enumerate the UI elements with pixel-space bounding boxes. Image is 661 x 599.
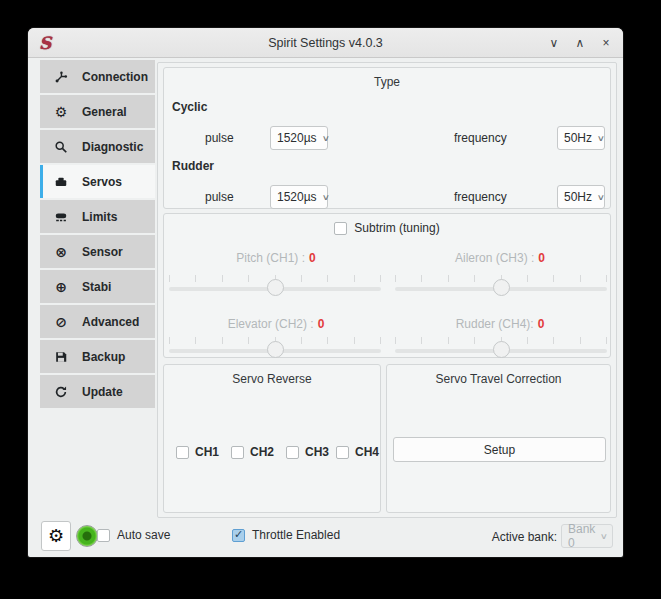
ch3-label: CH3 <box>305 445 329 459</box>
pitch-ch1-slider[interactable] <box>169 273 381 297</box>
active-bank-label: Active bank: <box>492 530 557 544</box>
subtrim-checkbox-row: Subtrim (tuning) <box>164 221 610 235</box>
cyclic-pulse-select[interactable]: 1520µs∨ <box>270 126 328 150</box>
elevator-ch2-value: 0 <box>318 317 325 331</box>
subtrim-group: Subtrim (tuning) Pitch (CH1) :0 Aileron … <box>163 213 611 358</box>
sidebar-item-general[interactable]: ⚙ General <box>40 95 155 128</box>
gear-icon: ⚙ <box>48 525 64 547</box>
cyclic-pulse-value: 1520µs <box>277 131 317 145</box>
ch1-checkbox[interactable] <box>176 446 189 459</box>
sensor-icon: ⊗ <box>53 244 69 260</box>
throttle-checkbox[interactable] <box>232 529 245 542</box>
sidebar-item-limits[interactable]: Limits <box>40 200 155 233</box>
slider-handle[interactable] <box>267 341 284 358</box>
rudder-frequency-select[interactable]: 50Hz∨ <box>557 185 605 209</box>
sidebar-item-update[interactable]: Update <box>40 375 155 408</box>
servos-page: Type Cyclic pulse 1520µs∨ frequency 50Hz… <box>157 62 617 518</box>
rudder-ch4-slider[interactable] <box>395 335 607 359</box>
advanced-icon: ⊘ <box>53 314 69 330</box>
minimize-icon[interactable]: ∨ <box>547 36 561 50</box>
sidebar-item-diagnostic[interactable]: Diagnostic <box>40 130 155 163</box>
subtrim-checkbox[interactable] <box>334 222 347 235</box>
ch4-reverse: CH4 <box>336 445 379 459</box>
sidebar-item-label: Diagnostic <box>82 140 143 154</box>
spirit-settings-window: S Spirit Settings v4.0.3 ∨ ∧ × Connectio… <box>28 28 623 557</box>
sidebar-item-advanced[interactable]: ⊘ Advanced <box>40 305 155 338</box>
chevron-down-icon: ∨ <box>597 193 605 202</box>
ch2-label: CH2 <box>250 445 274 459</box>
sidebar-item-connection[interactable]: Connection <box>40 60 155 93</box>
close-icon[interactable]: × <box>599 36 613 50</box>
window-controls: ∨ ∧ × <box>547 28 613 58</box>
chevron-down-icon: ∨ <box>600 532 608 541</box>
servo-reverse-group: Servo Reverse CH1 CH2 CH3 CH4 <box>163 364 381 513</box>
chevron-down-icon: ∨ <box>597 134 605 143</box>
cyclic-pulse-label: pulse <box>205 131 234 145</box>
slider-handle[interactable] <box>493 341 510 358</box>
sidebar-item-label: Limits <box>82 210 117 224</box>
gear-icon: ⚙ <box>53 104 69 120</box>
rudder-label: Rudder <box>172 159 214 173</box>
cyclic-frequency-select[interactable]: 50Hz∨ <box>557 126 605 150</box>
subtrim-checkbox-label: Subtrim (tuning) <box>354 221 439 235</box>
aileron-ch3-value: 0 <box>538 251 545 265</box>
elevator-ch2-slider[interactable] <box>169 335 381 359</box>
ch2-reverse: CH2 <box>231 445 274 459</box>
slider-handle[interactable] <box>267 279 284 296</box>
throttle-option: Throttle Enabled <box>232 528 340 542</box>
sidebar-item-label: Update <box>82 385 123 399</box>
type-group-title: Type <box>164 75 610 89</box>
pitch-ch1-label: Pitch (CH1) :0 <box>164 251 388 265</box>
refresh-icon <box>53 384 69 400</box>
sidebar-item-label: Backup <box>82 350 125 364</box>
elevator-ch2-label: Elevator (CH2) :0 <box>164 317 388 331</box>
auto-save-label: Auto save <box>117 528 170 542</box>
type-group: Type Cyclic pulse 1520µs∨ frequency 50Hz… <box>163 67 611 209</box>
servo-travel-group: Servo Travel Correction Setup <box>386 364 611 513</box>
active-bank-select[interactable]: Bank 0∨ <box>561 524 613 548</box>
rudder-ch4-value: 0 <box>538 317 545 331</box>
connection-icon <box>53 69 69 85</box>
rudder-pulse-value: 1520µs <box>277 190 317 204</box>
chevron-down-icon: ∨ <box>321 134 329 143</box>
active-bank-value: Bank 0 <box>568 522 595 550</box>
titlebar: S Spirit Settings v4.0.3 ∨ ∧ × <box>28 28 623 58</box>
ch1-reverse: CH1 <box>176 445 219 459</box>
aileron-ch3-slider[interactable] <box>395 273 607 297</box>
rudder-ch4-label: Rudder (CH4):0 <box>388 317 612 331</box>
connection-status-led <box>76 525 98 547</box>
sidebar-item-stabi[interactable]: ⊕ Stabi <box>40 270 155 303</box>
sidebar: Connection ⚙ General Diagnostic Servos L… <box>40 60 155 410</box>
ch4-checkbox[interactable] <box>336 446 349 459</box>
sidebar-item-backup[interactable]: Backup <box>40 340 155 373</box>
ch1-label: CH1 <box>195 445 219 459</box>
magnifier-icon <box>53 139 69 155</box>
cyclic-frequency-label: frequency <box>454 131 507 145</box>
ch2-checkbox[interactable] <box>231 446 244 459</box>
ch3-checkbox[interactable] <box>286 446 299 459</box>
pitch-ch1-value: 0 <box>309 251 316 265</box>
maximize-icon[interactable]: ∧ <box>573 36 587 50</box>
ch3-reverse: CH3 <box>286 445 329 459</box>
auto-save-checkbox[interactable] <box>97 529 110 542</box>
chevron-down-icon: ∨ <box>321 193 329 202</box>
auto-save-option: Auto save <box>97 528 170 542</box>
settings-gear-button[interactable]: ⚙ <box>41 521 71 551</box>
sidebar-item-label: General <box>82 105 127 119</box>
sidebar-item-label: Advanced <box>82 315 139 329</box>
window-title: Spirit Settings v4.0.3 <box>28 28 623 58</box>
rudder-pulse-select[interactable]: 1520µs∨ <box>270 185 328 209</box>
sidebar-item-label: Connection <box>82 70 148 84</box>
sidebar-item-sensor[interactable]: ⊗ Sensor <box>40 235 155 268</box>
ch4-label: CH4 <box>355 445 379 459</box>
floppy-icon <box>53 349 69 365</box>
limits-icon <box>53 209 69 225</box>
cyclic-label: Cyclic <box>172 100 207 114</box>
throttle-label: Throttle Enabled <box>252 528 340 542</box>
bottom-bar: ⚙ Auto save Throttle Enabled Active bank… <box>28 518 623 557</box>
sidebar-item-label: Stabi <box>82 280 111 294</box>
sidebar-item-servos[interactable]: Servos <box>40 165 155 198</box>
sidebar-item-label: Servos <box>82 175 122 189</box>
setup-button[interactable]: Setup <box>393 437 606 462</box>
slider-handle[interactable] <box>493 279 510 296</box>
